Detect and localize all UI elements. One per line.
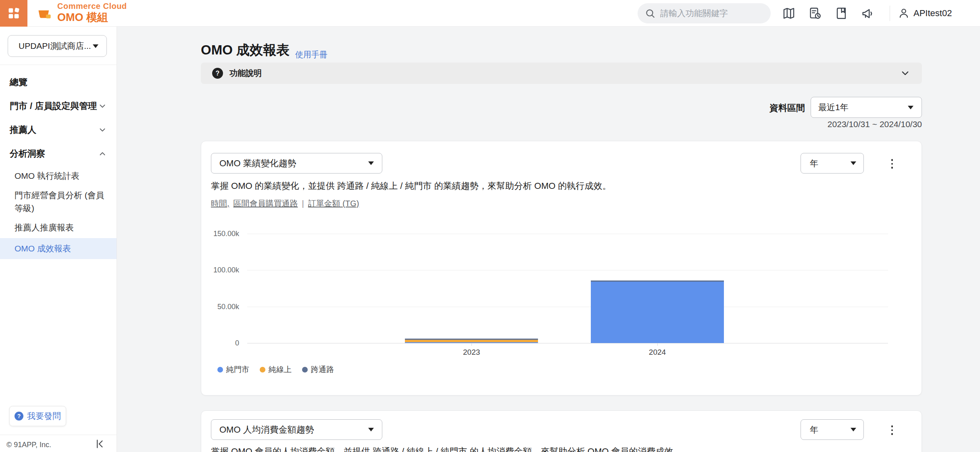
collapse-left-icon xyxy=(94,438,105,450)
page-title: OMO 成效報表 xyxy=(201,41,290,59)
legend-label: 跨通路 xyxy=(311,364,334,375)
chart-description: 掌握 OMO 會員的人均消費金額，並提供 跨通路 / 純線上 / 純門市 的人均… xyxy=(211,446,682,452)
sidebar-divider xyxy=(0,65,117,65)
help-question-icon: ? xyxy=(212,68,223,79)
x-axis-labels: 20232024 xyxy=(247,348,888,360)
main-content: OMO 成效報表 使用手冊 ? 功能說明 資料區間 最近1年 2023/10/3… xyxy=(117,27,980,452)
x-axis-tick-label: 2024 xyxy=(649,348,666,357)
dimension-link-time[interactable]: 時間, xyxy=(211,198,229,209)
chevron-down-icon xyxy=(98,102,107,111)
period-select[interactable]: 年 xyxy=(801,419,864,440)
legend-dot-icon xyxy=(217,367,223,372)
legend-label: 純線上 xyxy=(269,364,292,375)
basket-logo-icon xyxy=(36,4,54,22)
sidebar-item-overview[interactable]: 總覽 xyxy=(0,70,117,94)
sidebar-item-omo-execution-stats[interactable]: OMO 執行統計表 xyxy=(0,165,117,186)
sidebar-item-store-staff-settings[interactable]: 門市 / 店員設定與管理 xyxy=(0,94,117,118)
store-selector-value: UPDAPI測試商店... xyxy=(19,40,91,52)
nav-label: 推薦人推廣報表 xyxy=(15,221,74,234)
gridline xyxy=(247,307,888,307)
document-clock-icon xyxy=(808,6,822,20)
nav-label: 推薦人 xyxy=(10,124,36,136)
map-icon xyxy=(782,6,796,20)
help-expand-button[interactable] xyxy=(900,68,911,79)
card-menu-button[interactable] xyxy=(886,157,898,171)
sidebar-item-store-member-analysis[interactable]: 門市經營會員分析 (會員等級) xyxy=(0,186,117,217)
period-value: 年 xyxy=(810,424,818,435)
chevron-down-icon xyxy=(900,68,911,79)
dropdown-arrow-icon xyxy=(93,44,98,48)
footer-divider xyxy=(0,435,117,435)
legend-item-純線上[interactable]: 純線上 xyxy=(260,364,292,375)
period-select[interactable]: 年 xyxy=(801,153,864,174)
dropdown-arrow-icon xyxy=(851,161,856,165)
brand-name-bottom: OMO 模組 xyxy=(57,12,127,23)
gridline xyxy=(247,234,888,234)
app-launcher-button[interactable] xyxy=(0,0,27,27)
top-header: Commerce Cloud OMO 模組 xyxy=(0,0,980,27)
period-value: 年 xyxy=(810,158,818,169)
chart-type-select[interactable]: OMO 業績變化趨勢 xyxy=(211,153,382,174)
search-input[interactable] xyxy=(660,8,757,18)
bar-segment-跨通路[interactable] xyxy=(405,339,538,340)
legend-dot-icon xyxy=(302,367,308,372)
x-axis-tick-label: 2023 xyxy=(463,348,480,357)
date-range-value: 最近1年 xyxy=(818,102,849,113)
brand-text: Commerce Cloud OMO 模組 xyxy=(57,2,127,23)
date-range-select[interactable]: 最近1年 xyxy=(811,97,922,118)
dimension-links: 時間, 區間會員購買通路 | 訂單金額 (TG) xyxy=(211,198,359,209)
legend-item-純門市[interactable]: 純門市 xyxy=(217,364,249,375)
sidebar-nav: 總覽 門市 / 店員設定與管理 推薦人 分析洞察 OMO 執行統計表 門市經營會… xyxy=(0,70,117,259)
header-icon-group xyxy=(782,0,875,27)
y-axis-tick-label: 0 xyxy=(235,339,239,347)
bar-chart-plot xyxy=(247,234,888,343)
user-icon xyxy=(898,7,910,19)
nav-label: 總覽 xyxy=(10,76,27,88)
avg-spend-trend-card: OMO 人均消費金額趨勢 年 掌握 OMO 會員的人均消費金額，並提供 跨通路 … xyxy=(201,410,922,452)
performance-trend-card: OMO 業績變化趨勢 年 掌握 OMO 的業績變化，並提供 跨通路 / 純線上 … xyxy=(201,141,922,396)
bar-segment-純門市[interactable] xyxy=(591,282,724,343)
gridline xyxy=(247,270,888,270)
sidebar-item-referrer[interactable]: 推薦人 xyxy=(0,118,117,142)
x-axis-tick xyxy=(657,343,658,346)
metric-link-order-amount[interactable]: 訂單金額 (TG) xyxy=(308,198,359,209)
user-menu[interactable]: APItest02 xyxy=(898,0,952,27)
y-axis-labels: 050.00k100.00k150.00k xyxy=(201,234,239,343)
chart-type-value: OMO 業績變化趨勢 xyxy=(219,157,296,170)
card-menu-button[interactable] xyxy=(886,423,898,437)
chart-type-value: OMO 人均消費金額趨勢 xyxy=(219,424,314,436)
legend-item-跨通路[interactable]: 跨通路 xyxy=(302,364,334,375)
nav-label: 門市經營會員分析 (會員等級) xyxy=(15,189,111,215)
x-axis-tick xyxy=(471,343,472,346)
ask-question-button[interactable]: ? 我要發問 xyxy=(9,406,66,426)
sidebar-collapse-button[interactable] xyxy=(94,438,105,450)
date-range-text: 2023/10/31 ~ 2024/10/30 xyxy=(722,119,922,129)
sidebar-item-omo-performance-report[interactable]: OMO 成效報表 xyxy=(0,238,117,259)
manual-link[interactable]: 使用手冊 xyxy=(295,49,327,60)
header-divider xyxy=(890,6,890,21)
chevron-up-icon xyxy=(98,149,107,158)
sidebar-item-referrer-promo-report[interactable]: 推薦人推廣報表 xyxy=(0,217,117,238)
dimension-link-channel[interactable]: 區間會員購買通路 xyxy=(234,198,298,209)
bar-segment-跨通路[interactable] xyxy=(591,280,724,282)
y-axis-tick-label: 100.00k xyxy=(213,266,239,274)
global-search[interactable] xyxy=(638,3,771,23)
ask-question-label: 我要發問 xyxy=(27,410,61,422)
sitemap-button[interactable] xyxy=(782,6,796,21)
link-separator: | xyxy=(302,199,304,208)
search-icon xyxy=(645,8,655,19)
bar-segment-純線上[interactable] xyxy=(405,340,538,342)
sidebar-item-analytics[interactable]: 分析洞察 xyxy=(0,142,117,165)
manual-button[interactable] xyxy=(834,6,849,21)
announcement-button[interactable] xyxy=(860,6,875,21)
question-icon: ? xyxy=(15,412,23,421)
nav-label: 分析洞察 xyxy=(10,148,45,160)
chart-type-select[interactable]: OMO 人均消費金額趨勢 xyxy=(211,419,382,440)
dropdown-arrow-icon xyxy=(368,428,374,431)
legend-dot-icon xyxy=(260,367,265,372)
gridline xyxy=(247,343,888,343)
nav-label: OMO 成效報表 xyxy=(15,242,71,255)
feature-help-bar[interactable]: ? 功能說明 xyxy=(201,63,922,84)
store-selector[interactable]: UPDAPI測試商店... xyxy=(8,35,107,57)
order-history-button[interactable] xyxy=(808,6,822,21)
